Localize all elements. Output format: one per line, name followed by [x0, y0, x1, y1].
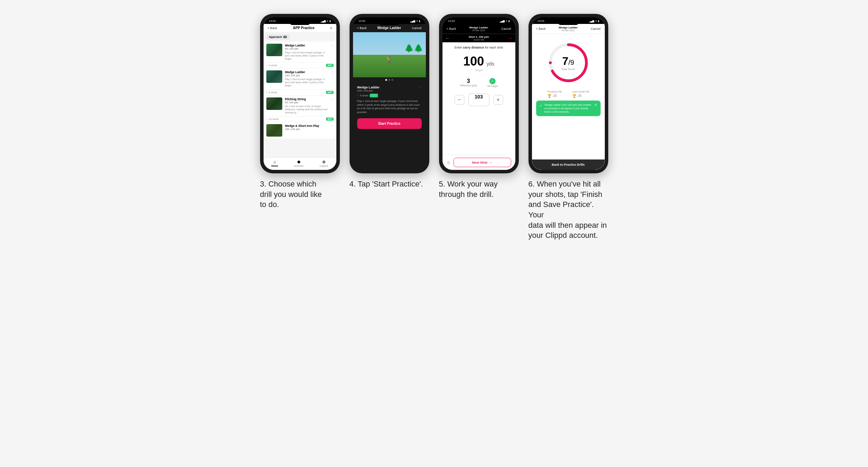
cancel-button-3[interactable]: Cancel [501, 27, 511, 31]
star-icon-4[interactable]: ☆ [331, 124, 334, 128]
cancel-button-2[interactable]: Cancel [412, 26, 421, 30]
star-icon-2[interactable]: ☆ [331, 70, 334, 74]
decrement-button[interactable]: − [455, 95, 464, 105]
hit-target-item: ✓ Hit Target [487, 78, 498, 87]
prev-pb-label: Previous PB [547, 90, 561, 93]
tab-home-label: Home [272, 165, 278, 167]
cancel-button-4[interactable]: Cancel [591, 27, 600, 31]
toast-close-button[interactable]: ✕ [594, 103, 597, 107]
signal-icon-4: ▂▄▆ [589, 20, 594, 23]
score-content: 7 /9 Total Score Previous PB [532, 34, 605, 123]
next-shot-button[interactable]: Next Shot → [454, 158, 511, 167]
tab-bar-1: ⌂ Home ⏺ Activities ⊕ Capture [264, 157, 336, 170]
back-button-3[interactable]: < Back [447, 27, 456, 31]
status-bar-3: 13:03 ▂▄▆ ▾ ▮ [442, 17, 515, 24]
nav-title-3-container: Wedge Ladder 06 Mar 2023 [469, 26, 488, 32]
time-4: 13:03 [538, 19, 544, 23]
drill-footer-3: ○ 10 shots APP [264, 116, 336, 122]
delete-icon[interactable]: 🗑 [447, 160, 451, 165]
prev-arrow[interactable]: ← [445, 35, 450, 41]
trophy-icon-2: 🏆 [572, 94, 576, 98]
drill-item-4[interactable]: Wedge & Short Iron Play 100–140 yds ☆ [264, 122, 336, 139]
total-score-label: Total Score [561, 68, 575, 71]
last-month-pb-label: Last month PB [572, 90, 589, 93]
clock-icon-1: ○ [266, 64, 268, 67]
shots-info-2: ○ 9 shots [266, 91, 277, 94]
tab-activities[interactable]: ⏺ Activities [294, 159, 304, 167]
drill-range-4: 100–140 yds [285, 128, 328, 131]
target-display: 100 yds Target [442, 51, 515, 75]
detail-description: Play 1 shot at each target yardage. If y… [357, 100, 422, 114]
drill-range-2: 100–140 yds [285, 74, 328, 77]
nav-title-3-line1: Wedge Ladder [469, 26, 488, 29]
difference-label: Difference (yds) [460, 84, 477, 87]
input-row: − 103 + [442, 94, 515, 106]
nav-menu-1[interactable]: ≡ [330, 26, 332, 30]
drill-item-2[interactable]: Wedge Ladder 100–140 yds Play 1 shot at … [264, 68, 336, 89]
drill-item-1[interactable]: Wedge Ladder 50–100 yds Play 1 shot at e… [264, 42, 336, 63]
nav-title-3-line2: 06 Mar 2023 [469, 29, 488, 32]
phones-row: 13:02 ▂▄▆ ▾ ▮ < Back APP Practice ≡ [260, 14, 608, 241]
nav-arrows-right: → [508, 35, 513, 41]
phone-column-3: 13:03 ▂▄▆ ▾ ▮ < Back Wedge Ladder 06 Mar… [439, 14, 519, 199]
drill-desc-3: Hit 1 shot at each of the 10 target dist… [285, 105, 328, 114]
target-unit: yds [487, 61, 494, 67]
nav-bar-2: < Back Wedge Ladder Cancel [353, 24, 426, 32]
app-badge-detail: APP [370, 94, 378, 97]
phone-2: 13:02 ▂▄▆ ▾ ▮ < Back Wedge Ladder Cancel [350, 14, 429, 173]
trophy-icon-1: 🏆 [547, 94, 551, 98]
shot-label: Shot 1, 100 yds [469, 35, 489, 38]
battery-icon-4: ▮ [598, 20, 599, 23]
tab-capture[interactable]: ⊕ Capture [320, 159, 328, 167]
detail-name-range: Wedge Ladder 100–140 yds [357, 85, 380, 92]
signal-icon-2: ▂▄▆ [410, 20, 415, 23]
difference-value: 3 [460, 78, 477, 84]
drill-desc-2: Play 1 shot at each target yardage. If y… [285, 78, 328, 87]
back-button-4[interactable]: < Back [536, 27, 546, 31]
star-icon-3[interactable]: ☆ [331, 97, 334, 101]
target-yds: 100 [463, 54, 484, 68]
signal-icon: ▂▄▆ [321, 20, 326, 23]
clock-icon-2: ○ [266, 91, 268, 94]
detail-drill-range: 100–140 yds [357, 89, 380, 92]
nav-bar-4: < Back Wedge Ladder 06 Mar 2023 Cancel [532, 24, 605, 34]
next-arrow[interactable]: → [508, 35, 513, 41]
back-button-2[interactable]: < Back [357, 26, 367, 30]
tree-decoration: 🌲🌲 [404, 44, 423, 53]
tab-home[interactable]: ⌂ Home [272, 159, 278, 167]
caption-3: 5. Work your way through the drill. [439, 179, 519, 199]
score-screen: 7 /9 Total Score Previous PB [532, 34, 605, 170]
prev-pb-value-row: 🏆 -/9 [547, 94, 561, 98]
back-button-1[interactable]: < Back [268, 26, 277, 30]
score-denominator: /9 [568, 59, 574, 67]
signal-icon-3: ▂▄▆ [500, 20, 505, 23]
last-month-pb-value-row: 🏆 -/9 [572, 94, 589, 98]
drill-info-1: Wedge Ladder 50–100 yds Play 1 shot at e… [285, 44, 328, 60]
prev-pb-value: -/9 [552, 94, 557, 98]
detail-drill-name: Wedge Ladder [357, 85, 380, 89]
tab-activities-label: Activities [294, 165, 304, 167]
back-to-drills-button[interactable]: Back to Practice Drills [532, 159, 605, 170]
star-icon-detail[interactable]: ☆ [419, 85, 422, 89]
drill-item-3[interactable]: Pitching String 55–100 yds Hit 1 shot at… [264, 95, 336, 116]
shot-score: Score 5/9 [469, 38, 489, 41]
dot-1 [385, 79, 387, 81]
notch-3 [469, 21, 489, 25]
increment-button[interactable]: + [493, 95, 503, 105]
check-icon-toast: ✓ [540, 104, 542, 107]
drill-info-3: Pitching String 55–100 yds Hit 1 shot at… [285, 97, 328, 114]
distance-input[interactable]: 103 [469, 94, 489, 106]
shot-header-center: Shot 1, 100 yds Score 5/9 [469, 35, 489, 41]
home-icon: ⌂ [274, 159, 276, 164]
battery-icon: ▮ [329, 20, 331, 23]
category-count-1: 7 [283, 36, 287, 38]
phone-column-2: 13:02 ▂▄▆ ▾ ▮ < Back Wedge Ladder Cancel [350, 14, 429, 189]
star-icon-1[interactable]: ☆ [331, 44, 334, 47]
battery-icon-3: ▮ [508, 20, 510, 23]
status-bar-1: 13:02 ▂▄▆ ▾ ▮ [264, 17, 336, 24]
image-dots [353, 77, 426, 83]
nav-arrows: ← [445, 35, 450, 41]
wifi-icon: ▾ [327, 20, 328, 23]
shots-info-3: ○ 10 shots [266, 118, 279, 121]
start-practice-button[interactable]: Start Practice [357, 118, 422, 129]
